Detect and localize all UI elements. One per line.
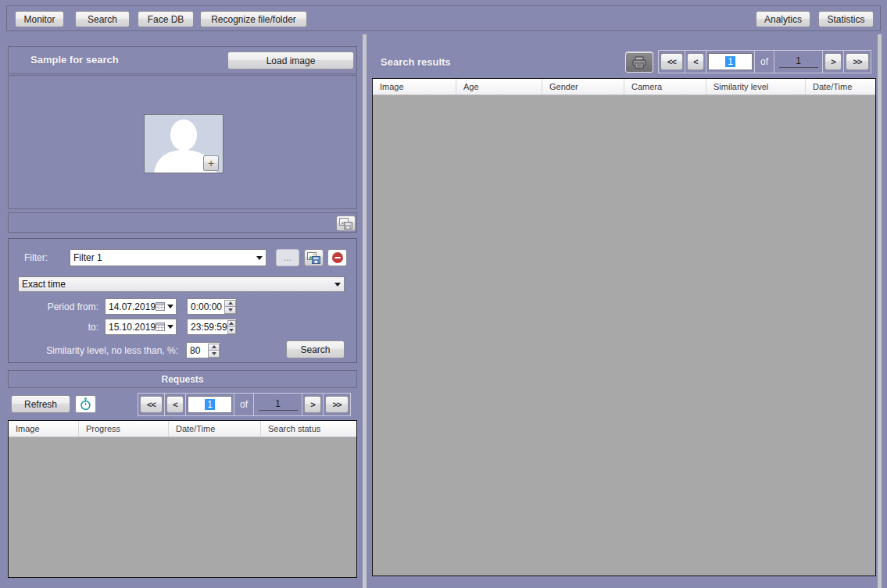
results-page-input[interactable]: 1 [708, 53, 753, 70]
calendar-icon [156, 323, 165, 331]
chevron-down-icon [167, 305, 173, 308]
sample-snapshot-strip [8, 212, 357, 233]
sample-face-placeholder[interactable]: + [144, 114, 224, 173]
save-filter-button[interactable] [304, 249, 324, 266]
spinner-up-icon [229, 322, 234, 325]
period-to-time-field[interactable]: 23:59:59 [187, 319, 237, 335]
remove-filter-button[interactable] [327, 249, 347, 266]
printer-icon [631, 56, 647, 69]
results-of-label: of [760, 56, 768, 67]
results-col-similarity[interactable]: Similarity level [706, 79, 806, 94]
period-to-label: to: [24, 322, 98, 333]
spinner-up-icon [228, 301, 233, 305]
face-search-window: Monitor Search Face DB Recognize file/fo… [0, 0, 887, 588]
requests-table-header: Image Progress Date/Time Search status [9, 421, 356, 437]
period-from-time-field[interactable]: 0:00:00 [187, 298, 237, 315]
results-total-pages: 1 [779, 55, 818, 68]
requests-table-body [9, 437, 356, 577]
spinner-down-icon [212, 352, 216, 355]
period-from-date-field[interactable]: 14.07.2019 [105, 298, 177, 315]
save-image-color-icon [307, 252, 320, 264]
right-edge-strip [878, 34, 882, 588]
results-pager: << < 1 of 1 > >> [658, 50, 871, 73]
results-table: Image Age Gender Camera Similarity level… [372, 78, 876, 576]
spinner-down-icon [229, 329, 234, 332]
results-col-datetime[interactable]: Date/Time [806, 79, 875, 94]
save-sample-button[interactable] [336, 216, 356, 231]
filter-select[interactable]: Filter 1 [70, 249, 266, 266]
time-spinner[interactable] [227, 320, 236, 333]
calendar-icon [156, 302, 165, 311]
requests-total-pages: 1 [259, 398, 298, 411]
spinner-up-icon [212, 345, 216, 348]
auto-refresh-timer-button[interactable] [75, 395, 96, 413]
results-col-age[interactable]: Age [456, 79, 542, 94]
results-next-page-button[interactable]: > [824, 53, 842, 70]
results-col-gender[interactable]: Gender [542, 79, 624, 94]
results-col-camera[interactable]: Camera [624, 79, 706, 94]
requests-first-page-button[interactable]: << [140, 396, 163, 413]
requests-prev-page-button[interactable]: < [166, 396, 184, 413]
period-to-time-value: 23:59:59 [191, 322, 227, 333]
sample-panel-title: Sample for search [30, 54, 119, 66]
filter-browse-button[interactable]: ... [276, 249, 299, 266]
requests-col-datetime[interactable]: Date/Time [169, 421, 261, 437]
save-image-icon [339, 218, 352, 230]
recognize-file-folder-button[interactable]: Recognize file/folder [200, 11, 307, 27]
stopwatch-icon [80, 397, 91, 411]
filter-label: Filter: [24, 252, 48, 263]
similarity-label: Similarity level, no less than, %: [24, 345, 178, 356]
results-first-page-button[interactable]: << [660, 53, 683, 70]
results-title: Search results [381, 56, 451, 68]
period-to-date-value: 15.10.2019 [109, 322, 156, 333]
period-to-date-field[interactable]: 15.10.2019 [105, 319, 177, 335]
requests-page-input[interactable]: 1 [188, 396, 232, 413]
minus-icon [332, 252, 343, 263]
chevron-down-icon [256, 256, 263, 260]
print-button[interactable] [625, 52, 653, 73]
period-from-time-value: 0:00:00 [191, 301, 222, 312]
chevron-down-icon [167, 325, 173, 329]
requests-next-page-button[interactable]: > [304, 396, 321, 413]
load-image-button[interactable]: Load image [227, 52, 354, 69]
results-table-header: Image Age Gender Camera Similarity level… [373, 79, 875, 95]
similarity-spinner[interactable] [208, 344, 220, 357]
requests-page-value: 1 [205, 399, 215, 410]
refresh-button[interactable]: Refresh [11, 395, 70, 413]
add-sample-button[interactable]: + [203, 155, 219, 171]
search-button[interactable]: Search [286, 340, 345, 358]
requests-table: Image Progress Date/Time Search status [8, 420, 357, 578]
period-from-date-value: 14.07.2019 [109, 301, 156, 312]
requests-of-label: of [240, 399, 248, 410]
panel-splitter[interactable] [363, 34, 367, 588]
requests-col-search-status[interactable]: Search status [261, 421, 356, 437]
requests-col-image[interactable]: Image [9, 421, 79, 437]
similarity-field[interactable]: 80 [186, 342, 220, 358]
requests-col-progress[interactable]: Progress [79, 421, 169, 437]
results-prev-page-button[interactable]: < [687, 53, 704, 70]
results-last-page-button[interactable]: >> [846, 53, 869, 70]
requests-last-page-button[interactable]: >> [325, 396, 349, 413]
monitor-button[interactable]: Monitor [15, 11, 64, 27]
top-toolbar: Monitor Search Face DB Recognize file/fo… [6, 5, 881, 31]
requests-pager: << < 1 of 1 > >> [138, 393, 351, 416]
search-tab-button[interactable]: Search [75, 11, 130, 27]
chevron-down-icon [334, 283, 341, 287]
sample-header-bar: Sample for search Load image [8, 46, 357, 74]
results-col-image[interactable]: Image [373, 79, 456, 94]
requests-header-bar: Requests [8, 370, 357, 388]
face-db-button[interactable]: Face DB [138, 11, 194, 27]
filter-selected-value: Filter 1 [73, 252, 102, 263]
period-from-label: Period from: [24, 301, 98, 312]
analytics-button[interactable]: Analytics [756, 11, 810, 27]
time-spinner[interactable] [224, 300, 236, 313]
time-mode-select[interactable]: Exact time [18, 276, 345, 292]
statistics-button[interactable]: Statistics [818, 11, 874, 27]
filter-group: Filter: Filter 1 ... Exact time Period f… [8, 238, 357, 363]
requests-title: Requests [161, 374, 203, 385]
results-page-value: 1 [725, 56, 735, 67]
sample-display-area: + [8, 75, 357, 209]
spinner-down-icon [228, 308, 233, 312]
similarity-value: 80 [190, 345, 200, 356]
time-mode-value: Exact time [22, 279, 66, 290]
